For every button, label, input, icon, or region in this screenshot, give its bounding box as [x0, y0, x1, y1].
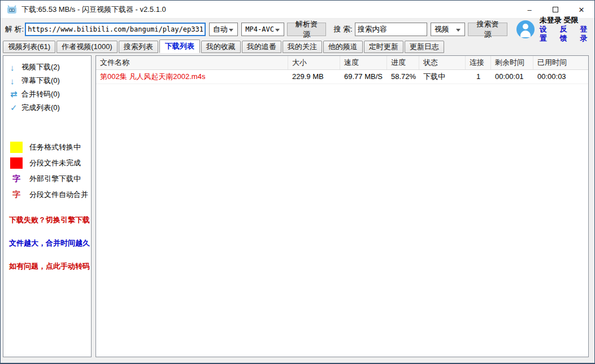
user-icon — [523, 24, 528, 29]
tab-my-favorites[interactable]: 我的收藏 — [201, 41, 241, 53]
transcode-icon: ⇄ — [10, 89, 21, 99]
col-connections[interactable]: 连接 — [466, 56, 491, 69]
download-icon: ↓ — [10, 76, 21, 86]
yellow-swatch — [10, 142, 23, 153]
minimize-icon: – — [527, 6, 531, 14]
legend-item-transcoding: 任务格式转换中 — [10, 142, 91, 153]
table-header: 文件名称 大小 速度 进度 状态 连接 剩余时间 已用时间 — [96, 56, 588, 70]
col-status[interactable]: 状态 — [419, 56, 466, 69]
tab-his-channel[interactable]: 他的频道 — [323, 41, 363, 53]
tab-bar: 视频列表(61) 作者视频(1000) 搜索列表 下载列表 我的收藏 我的追番 … — [1, 40, 594, 53]
toolbar: 解 析: 自动 MP4-AVC 解析资源 搜 索: 视频 搜索资源 未登录 受限… — [1, 19, 594, 40]
sidebar-item-merge-transcode[interactable]: ⇄ 合并转码(0) — [3, 87, 91, 101]
account-area: 未登录 受限 设置 反馈 登录 — [540, 16, 594, 43]
chevron-down-icon — [275, 29, 280, 32]
cell-remaining: 00:00:01 — [491, 70, 533, 84]
cell-progress: 58.72% — [387, 70, 419, 84]
col-elapsed[interactable]: 已用时间 — [533, 56, 588, 69]
cell-speed: 69.77 MB/S — [340, 70, 387, 84]
col-filename[interactable]: 文件名称 — [96, 56, 288, 69]
note-merge-time: 文件越大，合并时间越久 — [9, 238, 91, 248]
check-icon: ✓ — [10, 103, 21, 113]
url-input[interactable] — [25, 23, 205, 36]
tab-my-following[interactable]: 我的关注 — [283, 41, 322, 53]
codec-select[interactable]: MP4-AVC — [241, 23, 284, 36]
download-table: 文件名称 大小 速度 进度 状态 连接 剩余时间 已用时间 第002集 凡人风起… — [95, 55, 589, 357]
sidebar-notes: 下载失败？切换引擎下载 文件越大，合并时间越久 如有问题，点此手动转码 — [3, 215, 91, 271]
cell-connections: 1 — [466, 70, 491, 84]
col-progress[interactable]: 进度 — [387, 56, 419, 69]
red-char-icon: 字 — [10, 190, 23, 200]
legend-item-auto-merge: 字 分段文件自动合并 — [10, 189, 91, 200]
sidebar-item-danmaku-downloads[interactable]: ↓ 弹幕下载(0) — [3, 74, 91, 87]
tab-author-videos[interactable]: 作者视频(1000) — [57, 41, 118, 53]
tab-my-bangumi[interactable]: 我的追番 — [242, 41, 281, 53]
sidebar-item-completed-list[interactable]: ✓ 完成列表(0) — [3, 101, 91, 115]
download-icon: ↓ — [10, 63, 21, 72]
window-title: 下载:65.53 MB/s - 闪豆视频下载器 - v2.5.1.0 — [21, 5, 166, 15]
maximize-icon — [553, 7, 558, 12]
legend-item-segment-incomplete: 分段文件未完成 — [10, 157, 91, 169]
cell-status: 下载中 — [419, 70, 466, 84]
search-input[interactable] — [355, 23, 427, 36]
col-remaining[interactable]: 剩余时间 — [491, 56, 533, 69]
tab-download-list[interactable]: 下载列表 — [159, 40, 200, 53]
chevron-down-icon — [229, 29, 233, 32]
media-type-select[interactable]: 视频 — [431, 23, 466, 36]
close-icon: ✕ — [579, 6, 585, 14]
search-resource-button[interactable]: 搜索资源 — [468, 23, 507, 36]
codec-select-value: MP4-AVC — [245, 25, 274, 33]
table-row[interactable]: 第002集 凡人风起天南2002.m4s 229.9 MB 69.77 MB/S… — [96, 70, 588, 84]
cell-filename: 第002集 凡人风起天南2002.m4s — [96, 70, 288, 84]
purple-char-icon: 字 — [10, 174, 23, 184]
parse-label: 解 析: — [5, 24, 24, 34]
cell-elapsed: 00:00:03 — [533, 70, 588, 84]
minimize-button[interactable]: – — [516, 1, 542, 19]
red-swatch — [10, 157, 23, 169]
legend-item-external-engine: 字 外部引擎下载中 — [10, 173, 91, 185]
parse-resource-button[interactable]: 解析资源 — [287, 23, 327, 36]
status-legend: 任务格式转换中 分段文件未完成 字 外部引擎下载中 字 分段文件自动合并 — [3, 142, 91, 200]
sidebar: ↓ 视频下载(2) ↓ 弹幕下载(0) ⇄ 合并转码(0) ✓ 完成列表(0) … — [3, 55, 92, 357]
format-select-value: 自动 — [213, 24, 228, 34]
cell-size: 229.9 MB — [288, 70, 340, 84]
tab-scheduled-update[interactable]: 定时更新 — [364, 41, 403, 53]
tab-search-list[interactable]: 搜索列表 — [119, 41, 158, 53]
media-type-value: 视频 — [435, 24, 449, 34]
sidebar-item-video-downloads[interactable]: ↓ 视频下载(2) — [3, 60, 91, 74]
tab-video-list[interactable]: 视频列表(61) — [3, 41, 55, 53]
title-bar: 下载:65.53 MB/s - 闪豆视频下载器 - v2.5.1.0 – ✕ — [1, 1, 594, 19]
login-status: 未登录 受限 — [540, 16, 594, 25]
app-icon — [7, 5, 17, 14]
format-select[interactable]: 自动 — [209, 23, 238, 36]
note-manual-transcode[interactable]: 如有问题，点此手动转码 — [9, 261, 91, 271]
note-switch-engine[interactable]: 下载失败？切换引擎下载 — [9, 215, 91, 225]
app-window: 下载:65.53 MB/s - 闪豆视频下载器 - v2.5.1.0 – ✕ 解… — [0, 0, 595, 364]
col-size[interactable]: 大小 — [288, 56, 340, 69]
col-speed[interactable]: 速度 — [340, 56, 387, 69]
tab-changelog[interactable]: 更新日志 — [405, 41, 444, 53]
search-label: 搜 索: — [333, 24, 352, 34]
avatar[interactable] — [516, 20, 535, 38]
chevron-down-icon — [456, 29, 461, 32]
